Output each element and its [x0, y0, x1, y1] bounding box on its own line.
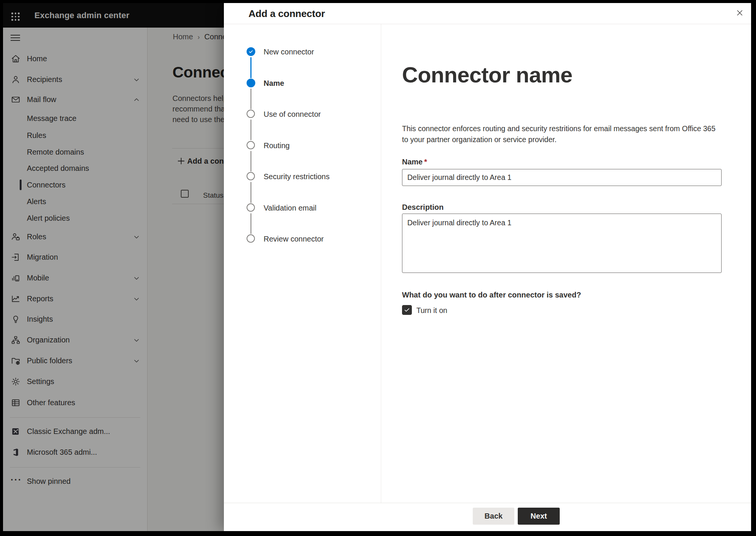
connector-name-input[interactable] [402, 169, 722, 186]
dialog-title: Add a connector [248, 8, 325, 20]
step-label: Review connector [264, 230, 324, 248]
add-connector-dialog: Add a connector New connector Name Use o… [224, 3, 751, 531]
description-line: This connector enforces routing and secu… [402, 123, 716, 134]
description-line: to your partner organization or service … [402, 134, 716, 145]
step-pending-icon [247, 203, 255, 212]
footer-divider [224, 503, 751, 503]
required-asterisk: * [424, 158, 427, 166]
step-pending-icon [247, 141, 255, 149]
step-label: Name [264, 74, 284, 92]
wizard-step-validation-email[interactable]: Validation email [224, 199, 381, 217]
wizard-page-description: This connector enforces routing and secu… [402, 123, 716, 145]
step-label: Routing [264, 137, 290, 154]
step-label: Validation email [264, 199, 317, 217]
checkmark-icon [404, 307, 410, 313]
wizard-step-name[interactable]: Name [224, 74, 381, 92]
back-button[interactable]: Back [473, 508, 514, 525]
step-completed-icon [247, 47, 255, 56]
dialog-title-divider [224, 24, 751, 24]
next-button[interactable]: Next [518, 508, 560, 525]
description-field-label: Description [402, 203, 444, 212]
step-current-icon [247, 79, 255, 87]
name-label-text: Name [402, 158, 422, 166]
wizard-step-security-restrictions[interactable]: Security restrictions [224, 168, 381, 185]
steps-content-divider [381, 24, 381, 503]
after-save-question: What do you want to do after connector i… [402, 291, 581, 299]
step-pending-icon [247, 110, 255, 118]
step-label: Use of connector [264, 105, 321, 123]
step-label: New connector [264, 43, 314, 60]
close-button[interactable] [733, 6, 747, 20]
wizard-step-use-of-connector[interactable]: Use of connector [224, 105, 381, 123]
wizard-page-heading: Connector name [402, 62, 573, 87]
step-pending-icon [247, 172, 255, 180]
name-field-label: Name* [402, 158, 427, 166]
close-icon [736, 9, 744, 17]
wizard-step-review-connector[interactable]: Review connector [224, 230, 381, 248]
turn-it-on-label: Turn it on [416, 306, 447, 315]
wizard-step-new-connector[interactable]: New connector [224, 43, 381, 60]
turn-it-on-checkbox[interactable] [402, 305, 412, 315]
step-label: Security restrictions [264, 168, 330, 185]
screen: Exchange admin center Home Recipients Ma… [0, 0, 756, 536]
step-pending-icon [247, 234, 255, 243]
wizard-step-routing[interactable]: Routing [224, 137, 381, 154]
connector-description-textarea[interactable]: Deliver journal directly to Area 1 [402, 214, 722, 273]
